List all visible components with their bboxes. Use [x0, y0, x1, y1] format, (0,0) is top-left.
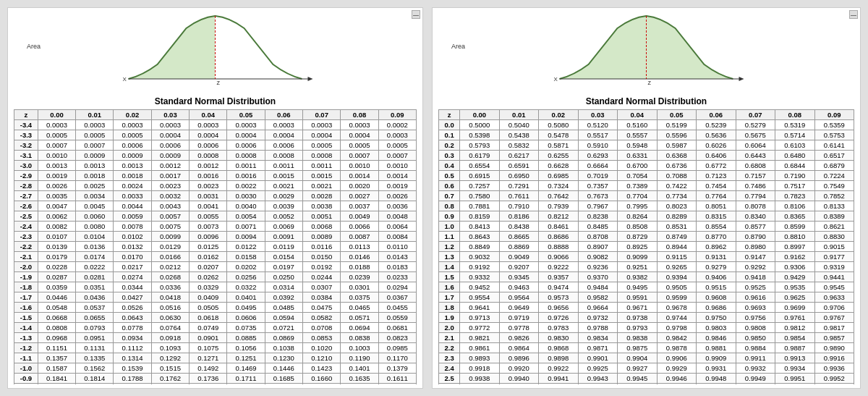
right-curve-svg: z X — [438, 14, 854, 86]
table-cell: 0.0043 — [151, 201, 189, 211]
table-cell: 0.9732 — [578, 313, 617, 323]
table-cell: 0.1131 — [76, 343, 114, 353]
table-cell: 0.9864 — [499, 343, 538, 353]
table-cell: 0.0132 — [114, 242, 151, 252]
table-cell: 0.0329 — [190, 282, 227, 292]
table-cell: 0.0015 — [265, 171, 302, 181]
table-cell: 0.0004 — [227, 130, 265, 140]
table-cell: 0.8907 — [578, 242, 617, 252]
table-cell: 0.9916 — [814, 353, 854, 363]
svg-text:X: X — [554, 76, 558, 83]
table-cell: 0.0212 — [151, 262, 189, 272]
table-cell: 0.9686 — [697, 303, 736, 313]
table-cell: 0.7611 — [499, 191, 538, 201]
table-cell: 1.7 — [439, 292, 460, 303]
table-cell: 0.0060 — [76, 211, 114, 222]
table-cell: 0.1190 — [341, 353, 378, 363]
table-cell: -2.0 — [14, 262, 38, 272]
table-cell: 0.9871 — [578, 343, 617, 353]
main-container: — Area — [0, 0, 868, 396]
table-cell: 0.0036 — [378, 201, 416, 211]
table-cell: 0.7910 — [499, 201, 538, 211]
table-cell: 0.8962 — [697, 242, 736, 252]
table-cell: 0.9948 — [697, 374, 736, 384]
table-cell: 0.0606 — [227, 313, 265, 323]
table-cell: 0.0007 — [341, 151, 378, 161]
table-cell: 1.9 — [439, 313, 460, 323]
table-cell: 0.7642 — [539, 191, 578, 201]
table-cell: 0.0003 — [38, 120, 75, 130]
table-cell: 0.2005 — [190, 384, 227, 385]
table-cell: 0.7157 — [736, 171, 775, 181]
table-cell: 0.0032 — [151, 191, 189, 201]
table-cell: 0.1446 — [265, 363, 302, 374]
table-cell: 0.0023 — [151, 181, 189, 191]
table-cell: 0.9931 — [697, 363, 736, 374]
table-cell: 0.0014 — [341, 171, 378, 181]
table-cell: 0.0146 — [341, 252, 378, 262]
table-cell: 2.4 — [439, 363, 460, 374]
table-cell: 0.8508 — [618, 222, 657, 232]
table-cell: 0.1841 — [38, 374, 75, 384]
table-cell: 0.9726 — [539, 313, 578, 323]
table-cell: -1.2 — [14, 343, 38, 353]
table-cell: 1.0 — [439, 222, 460, 232]
table-cell: 0.0721 — [265, 323, 302, 333]
table-cell: -1.6 — [14, 303, 38, 313]
table-cell: 0.9956 — [539, 384, 578, 385]
right-col-header-7: 0.07 — [736, 110, 775, 120]
table-cell: 0.0548 — [38, 303, 75, 313]
table-cell: 0.8869 — [499, 242, 538, 252]
left-col-header-0: 0.00 — [38, 110, 75, 120]
svg-text:X: X — [123, 76, 127, 83]
table-cell: 0.9671 — [618, 303, 657, 313]
table-cell: 0.0025 — [76, 181, 114, 191]
table-cell: 0.0010 — [378, 161, 416, 171]
table-cell: 0.0039 — [265, 201, 302, 211]
table-cell: 0.0307 — [303, 282, 341, 292]
table-cell: 1.6 — [439, 282, 460, 292]
table-cell: 0.6331 — [618, 151, 657, 161]
left-col-header-3: 0.03 — [151, 110, 189, 120]
table-cell: 0.0778 — [114, 323, 151, 333]
table-cell: -2.3 — [14, 232, 38, 242]
table-cell: 0.9515 — [697, 282, 736, 292]
table-cell: 0.0102 — [114, 232, 151, 242]
table-cell: 0.6591 — [499, 161, 538, 171]
table-cell: 0.7704 — [618, 191, 657, 201]
table-cell: 0.9049 — [499, 252, 538, 262]
table-cell: 0.9940 — [499, 374, 538, 384]
table-cell: 0.0162 — [190, 252, 227, 262]
table-cell: 0.6 — [439, 181, 460, 191]
table-cell: 0.6554 — [460, 161, 499, 171]
right-col-header-6: 0.06 — [697, 110, 736, 120]
table-cell: 0.0375 — [341, 292, 378, 303]
table-cell: 0.1170 — [378, 353, 416, 363]
table-cell: 0.8315 — [697, 211, 736, 222]
table-cell: 0.8790 — [736, 232, 775, 242]
table-cell: 0.0166 — [151, 252, 189, 262]
table-cell: -1.3 — [14, 333, 38, 343]
table-cell: 2.6 — [439, 384, 460, 385]
table-cell: 0.8749 — [657, 232, 696, 242]
table-cell: 0.6064 — [736, 140, 775, 151]
table-cell: 0.0250 — [265, 272, 302, 282]
table-cell: 0.9394 — [657, 272, 696, 282]
table-cell: 0.9332 — [460, 272, 499, 282]
table-cell: 0.7995 — [618, 201, 657, 211]
table-cell: 0.9554 — [460, 292, 499, 303]
svg-text:z: z — [648, 79, 652, 86]
table-cell: 0.9932 — [736, 363, 775, 374]
table-cell: 0.9418 — [736, 272, 775, 282]
table-cell: 0.0901 — [190, 333, 227, 343]
table-cell: -3.1 — [14, 151, 38, 161]
table-cell: 0.0040 — [227, 201, 265, 211]
table-cell: 0.9854 — [775, 333, 814, 343]
table-cell: -1.7 — [14, 292, 38, 303]
table-cell: 0.2090 — [76, 384, 114, 385]
table-cell: 1.1 — [439, 232, 460, 242]
table-cell: 0.9744 — [657, 313, 696, 323]
table-cell: 0.6628 — [539, 161, 578, 171]
table-cell: 0.0143 — [378, 252, 416, 262]
table-cell: 0.0062 — [38, 211, 75, 222]
